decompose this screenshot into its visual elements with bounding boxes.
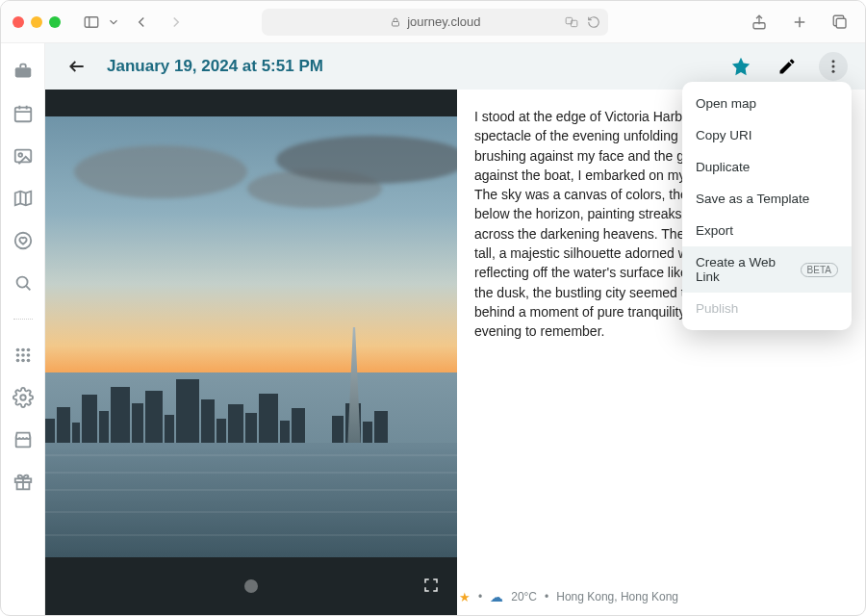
nav-forward-icon[interactable] xyxy=(163,11,190,34)
more-button[interactable] xyxy=(819,52,848,81)
briefcase-icon[interactable] xyxy=(13,61,34,82)
svg-rect-0 xyxy=(85,16,98,27)
grid-icon[interactable] xyxy=(13,345,34,366)
chevron-down-icon[interactable] xyxy=(107,11,120,34)
maximize-window-icon[interactable] xyxy=(49,16,61,28)
menu-open-map[interactable]: Open map xyxy=(682,88,852,119)
menu-publish: Publish xyxy=(682,293,852,324)
store-icon[interactable] xyxy=(13,429,34,450)
svg-point-25 xyxy=(15,353,19,357)
star-icon: ★ xyxy=(459,590,471,604)
menu-create-web-link[interactable]: Create a Web Link BETA xyxy=(682,246,852,293)
entry-photo[interactable] xyxy=(45,116,457,557)
heart-icon[interactable] xyxy=(13,230,34,251)
svg-point-19 xyxy=(14,233,31,249)
footer-location: Hong Kong, Hong Kong xyxy=(556,590,678,603)
svg-point-20 xyxy=(16,277,27,288)
photo-page-indicator[interactable] xyxy=(244,579,258,593)
address-bar[interactable]: journey.cloud xyxy=(262,9,608,36)
footer-separator: • xyxy=(478,590,482,603)
menu-copy-uri[interactable]: Copy URI xyxy=(682,119,852,151)
search-icon[interactable] xyxy=(13,272,34,294)
svg-point-36 xyxy=(832,60,835,63)
svg-point-15 xyxy=(18,153,22,157)
svg-point-26 xyxy=(21,353,25,357)
sidebar-toggle-icon[interactable] xyxy=(78,11,105,34)
beta-badge: BETA xyxy=(801,263,838,277)
lock-icon xyxy=(390,16,401,28)
svg-point-29 xyxy=(21,359,25,363)
svg-point-37 xyxy=(832,65,835,68)
browser-toolbar: journey.cloud xyxy=(1,1,865,43)
tabs-icon[interactable] xyxy=(827,11,853,34)
calendar-icon[interactable] xyxy=(13,103,34,124)
gear-icon[interactable] xyxy=(13,387,34,408)
minimize-window-icon[interactable] xyxy=(31,16,42,28)
favorite-button[interactable] xyxy=(726,52,755,81)
new-tab-icon[interactable] xyxy=(786,11,813,34)
sidebar-separator xyxy=(13,319,33,320)
svg-point-24 xyxy=(26,348,30,352)
image-icon[interactable] xyxy=(13,145,34,167)
menu-duplicate[interactable]: Duplicate xyxy=(682,151,852,183)
share-icon[interactable] xyxy=(746,11,773,34)
fullscreen-icon[interactable] xyxy=(422,577,440,594)
entry-footer: ★ • ☁ 20°C • Hong Kong, Hong Kong xyxy=(459,586,852,607)
app-sidebar xyxy=(1,43,45,615)
menu-export[interactable]: Export xyxy=(682,215,852,246)
svg-point-23 xyxy=(21,348,25,352)
svg-marker-16 xyxy=(14,192,31,206)
edit-button[interactable] xyxy=(773,52,802,81)
svg-rect-8 xyxy=(836,18,846,28)
footer-temperature: 20°C xyxy=(511,590,537,603)
svg-point-38 xyxy=(832,70,835,73)
svg-rect-9 xyxy=(14,67,31,77)
menu-save-template[interactable]: Save as a Template xyxy=(682,183,852,215)
nav-back-icon[interactable] xyxy=(128,11,155,34)
map-icon[interactable] xyxy=(13,188,34,209)
address-url: journey.cloud xyxy=(407,14,480,29)
svg-point-31 xyxy=(20,395,26,400)
photo-pane xyxy=(45,90,457,615)
svg-rect-10 xyxy=(14,108,31,122)
svg-rect-2 xyxy=(393,21,399,26)
svg-point-27 xyxy=(26,353,30,357)
window-controls[interactable] xyxy=(13,16,61,28)
translate-icon[interactable] xyxy=(564,15,579,29)
entry-title: January 19, 2024 at 5:51 PM xyxy=(107,57,323,76)
close-window-icon[interactable] xyxy=(13,16,24,28)
svg-line-21 xyxy=(26,286,30,290)
more-menu: Open map Copy URI Duplicate Save as a Te… xyxy=(682,82,852,330)
reload-icon[interactable] xyxy=(587,15,600,29)
footer-separator: • xyxy=(545,590,548,603)
gift-icon[interactable] xyxy=(13,472,34,493)
svg-point-30 xyxy=(26,359,30,363)
weather-icon: ☁ xyxy=(490,589,503,604)
back-button[interactable] xyxy=(63,52,91,81)
svg-point-22 xyxy=(15,348,19,352)
svg-point-28 xyxy=(15,359,19,363)
